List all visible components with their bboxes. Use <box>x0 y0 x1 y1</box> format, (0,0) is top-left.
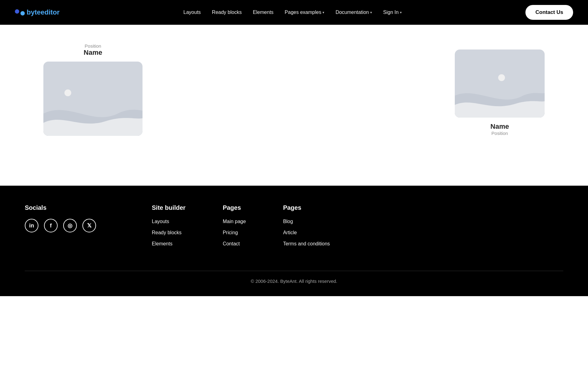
footer-pages1: Pages Main page Pricing Contact <box>223 204 246 252</box>
nav-item-documentation[interactable]: Documentation ▾ <box>336 10 372 15</box>
footer-link-terms[interactable]: Terms and conditions <box>283 241 330 247</box>
footer-link-layouts[interactable]: Layouts <box>152 219 186 224</box>
footer-link-terms-a[interactable]: Terms and conditions <box>283 241 330 246</box>
footer-top: Socials in f ◎ 𝕏 Site builder Layouts Re… <box>25 204 563 252</box>
footer-link-article[interactable]: Article <box>283 230 330 235</box>
footer-copyright: © 2006-2024. ByteAnt. All rights reserve… <box>25 279 563 284</box>
main-content: Position Name Name Position <box>0 25 588 186</box>
nav-link-layouts[interactable]: Layouts <box>183 10 201 15</box>
card-right-image <box>455 50 545 118</box>
chevron-down-icon: ▾ <box>400 11 402 15</box>
sun-icon-right <box>498 74 505 81</box>
nav-item-ready-blocks[interactable]: Ready blocks <box>212 10 242 15</box>
nav-link-documentation[interactable]: Documentation ▾ <box>336 10 372 15</box>
footer-link-blog-a[interactable]: Blog <box>283 219 293 224</box>
site-builder-links: Layouts Ready blocks Elements <box>152 219 186 247</box>
footer-link-elements-a[interactable]: Elements <box>152 241 173 246</box>
pages2-links: Blog Article Terms and conditions <box>283 219 330 247</box>
dot1-icon <box>15 9 19 14</box>
card-left-position: Position <box>84 43 102 49</box>
footer-divider <box>25 271 563 271</box>
navbar: byteeditor Layouts Ready blocks Elements… <box>0 0 588 25</box>
card-right-position: Position <box>490 131 509 136</box>
nav-item-pages-examples[interactable]: Pages examples ▾ <box>285 10 324 15</box>
footer-link-blog[interactable]: Blog <box>283 219 330 224</box>
nav-link-signin[interactable]: Sign In ▾ <box>383 10 402 15</box>
logo-editor: editor <box>41 8 59 16</box>
card-left-image <box>43 62 143 136</box>
sun-icon <box>64 89 71 96</box>
footer-link-pricing-a[interactable]: Pricing <box>223 230 238 235</box>
social-icons: in f ◎ 𝕏 <box>25 219 96 232</box>
footer-pages2: Pages Blog Article Terms and conditions <box>283 204 330 252</box>
pages1-links: Main page Pricing Contact <box>223 219 246 247</box>
chevron-down-icon: ▾ <box>370 11 372 15</box>
footer-link-main-page-a[interactable]: Main page <box>223 219 246 224</box>
linkedin-icon[interactable]: in <box>25 219 38 232</box>
footer-link-contact[interactable]: Contact <box>223 241 246 247</box>
footer-link-pricing[interactable]: Pricing <box>223 230 246 235</box>
chevron-down-icon: ▾ <box>323 11 324 15</box>
logo[interactable]: byteeditor <box>15 8 59 16</box>
nav-item-signin[interactable]: Sign In ▾ <box>383 10 402 15</box>
nav-link-ready-blocks[interactable]: Ready blocks <box>212 10 242 15</box>
wave-svg <box>43 95 143 136</box>
nav-item-elements[interactable]: Elements <box>253 10 274 15</box>
contact-us-button[interactable]: Contact Us <box>525 5 573 20</box>
nav-item-layouts[interactable]: Layouts <box>183 10 201 15</box>
card-right-name: Name <box>490 123 509 131</box>
dot2-icon <box>20 11 25 15</box>
instagram-icon[interactable]: ◎ <box>63 219 77 232</box>
footer-link-main-page[interactable]: Main page <box>223 219 246 224</box>
footer-link-ready-blocks[interactable]: Ready blocks <box>152 230 186 235</box>
pages1-title: Pages <box>223 204 246 211</box>
facebook-icon[interactable]: f <box>44 219 58 232</box>
pages2-title: Pages <box>283 204 330 211</box>
footer-site-builder: Site builder Layouts Ready blocks Elemen… <box>152 204 186 252</box>
site-builder-title: Site builder <box>152 204 186 211</box>
footer-link-article-a[interactable]: Article <box>283 230 297 235</box>
logo-text: byteeditor <box>27 8 59 16</box>
nav-links: Layouts Ready blocks Elements Pages exam… <box>183 10 402 15</box>
wave-svg-right <box>455 80 545 118</box>
nav-link-elements[interactable]: Elements <box>253 10 274 15</box>
card-right-text: Name Position <box>490 123 509 136</box>
nav-link-pages-examples[interactable]: Pages examples ▾ <box>285 10 324 15</box>
socials-title: Socials <box>25 204 96 211</box>
footer-link-ready-blocks-a[interactable]: Ready blocks <box>152 230 182 235</box>
card-right: Name Position <box>455 50 545 136</box>
footer-link-contact-a[interactable]: Contact <box>223 241 240 246</box>
logo-byte: byte <box>27 8 41 16</box>
footer-link-layouts-a[interactable]: Layouts <box>152 219 169 224</box>
logo-dots <box>15 9 25 15</box>
card-left: Position Name <box>43 43 143 136</box>
twitter-icon[interactable]: 𝕏 <box>82 219 96 232</box>
footer: Socials in f ◎ 𝕏 Site builder Layouts Re… <box>0 186 588 296</box>
footer-socials: Socials in f ◎ 𝕏 <box>25 204 96 252</box>
card-left-name: Name <box>84 49 102 57</box>
card-left-text: Position Name <box>84 43 102 57</box>
footer-link-elements[interactable]: Elements <box>152 241 186 247</box>
